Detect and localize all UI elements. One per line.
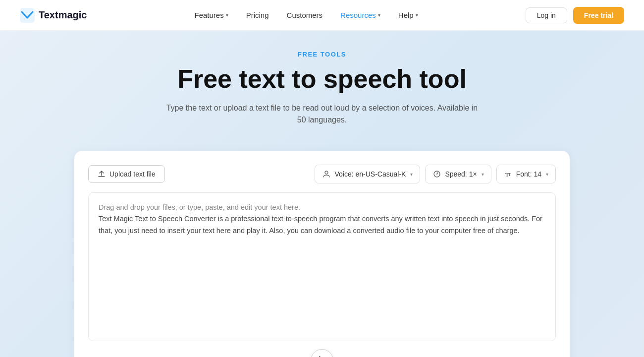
chevron-down-icon-3: ▾ [416,12,418,18]
voice-dropdown[interactable]: Voice: en-US-Casual-K ▾ [315,165,420,183]
voice-chevron-icon: ▾ [410,172,413,177]
text-area[interactable]: Drag and drop your files, or type, paste… [88,192,556,341]
logo-icon [20,8,35,23]
svg-rect-0 [20,8,35,23]
logo[interactable]: Textmagic [20,8,87,23]
font-chevron-icon: ▾ [546,172,548,177]
header-actions: Log in Free trial [526,7,624,24]
chevron-down-icon: ▾ [226,12,228,18]
nav-help[interactable]: Help ▾ [391,8,425,22]
tool-card: Upload text file Voice: en-US-Casual-K ▾ [74,151,570,357]
free-trial-button[interactable]: Free trial [573,7,624,24]
main-nav: Features ▾ Pricing Customers Resources ▾… [188,8,425,22]
text-placeholder: Drag and drop your files, or type, paste… [99,203,300,211]
login-button[interactable]: Log in [526,7,567,23]
play-section [88,341,556,357]
controls-right: Voice: en-US-Casual-K ▾ Speed: 1× ▾ [315,165,556,183]
hero-title: Free text to speech tool [10,65,634,93]
toolbar: Upload text file Voice: en-US-Casual-K ▾ [88,165,556,183]
nav-pricing[interactable]: Pricing [239,8,276,22]
nav-features[interactable]: Features ▾ [188,8,235,22]
upload-icon [98,170,106,178]
font-dropdown[interactable]: T T Font: 14 ▾ [496,165,556,183]
site-header: Textmagic Features ▾ Pricing Customers R… [0,0,644,31]
hero-section: FREE TOOLS Free text to speech tool Type… [0,31,644,151]
speed-chevron-icon: ▾ [482,172,484,177]
play-button[interactable] [311,349,333,357]
logo-text: Textmagic [39,9,87,21]
speed-icon [432,170,441,178]
hero-subtitle: Type the text or upload a text file to b… [161,102,483,126]
svg-point-3 [436,174,437,175]
speed-dropdown[interactable]: Speed: 1× ▾ [425,165,491,183]
hero-badge: FREE TOOLS [10,51,634,58]
nav-resources[interactable]: Resources ▾ [333,8,387,22]
chevron-down-icon-2: ▾ [378,12,380,18]
voice-icon [322,170,331,178]
font-icon: T T [504,170,513,178]
text-body: Text Magic Text to Speech Converter is a… [99,215,542,234]
text-content: Drag and drop your files, or type, paste… [99,202,545,237]
upload-button[interactable]: Upload text file [88,165,165,183]
nav-customers[interactable]: Customers [280,8,330,22]
svg-point-1 [325,171,328,174]
svg-text:T: T [508,173,511,177]
